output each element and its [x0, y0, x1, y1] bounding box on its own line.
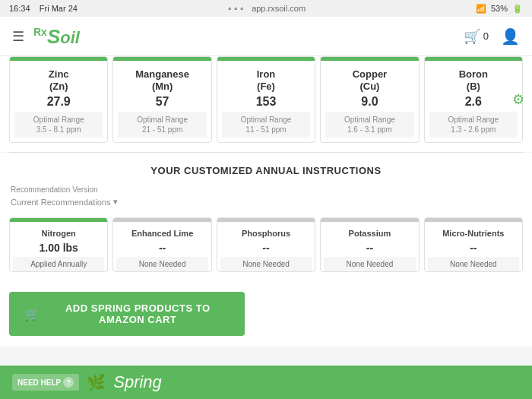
nutrient-value: 27.9	[14, 95, 103, 109]
product-card-body: Potassium -- None Needed	[321, 222, 418, 271]
nutrient-value: 153	[222, 95, 310, 109]
nutrient-range: Optimal Range1.6 - 3.1 ppm	[325, 112, 413, 138]
nutrient-name: Manganese(Mn)	[118, 68, 206, 92]
product-value: --	[220, 242, 312, 254]
nutrient-card-iron: Iron(Fe) 153 Optimal Range11 - 51 ppm	[217, 56, 315, 143]
product-card-potassium: Potassium -- None Needed	[320, 217, 419, 272]
product-value: --	[324, 242, 415, 254]
product-card-body: Micro-Nutrients -- None Needed	[425, 222, 522, 271]
nutrient-name: Zinc(Zn)	[14, 68, 103, 92]
add-cart-button[interactable]: 🛒 ADD SPRING PRODUCTS TO AMAZON CART	[9, 292, 245, 336]
nutrient-card-body: Iron(Fe) 153 Optimal Range11 - 51 ppm	[217, 61, 315, 142]
battery-icon: 53%	[491, 4, 508, 13]
product-card-body: Nitrogen 1.00 lbs Applied Annually	[10, 222, 107, 271]
logo-rx: RxSoil	[33, 26, 80, 47]
user-icon[interactable]: 👤	[501, 27, 520, 46]
question-mark: ?	[63, 377, 74, 388]
top-nav: ☰ RxSoil 🛒 0 👤	[0, 17, 532, 56]
product-name: Phosphorus	[220, 228, 312, 239]
nutrients-section: Zinc(Zn) 27.9 Optimal Range3.5 - 8.1 ppm…	[0, 56, 532, 152]
product-status: Applied Annually	[13, 257, 104, 271]
battery-bar: 🔋	[512, 4, 523, 14]
need-help-badge[interactable]: NEED HELP ?	[12, 374, 79, 391]
nutrient-card-manganese: Manganese(Mn) 57 Optimal Range21 - 51 pp…	[112, 56, 211, 143]
spring-leaf-icon: 🌿	[87, 373, 106, 391]
nutrient-value: 9.0	[325, 95, 413, 109]
dropdown-icon: ▾	[113, 197, 118, 207]
product-card-micro-nutrients: Micro-Nutrients -- None Needed	[424, 217, 523, 272]
product-status: None Needed	[220, 257, 312, 271]
nutrient-range: Optimal Range3.5 - 8.1 ppm	[14, 112, 103, 138]
product-card-body: Enhanced Lime -- None Needed	[113, 222, 211, 271]
gear-icon[interactable]: ⚙	[512, 91, 524, 108]
product-card-nitrogen: Nitrogen 1.00 lbs Applied Annually	[9, 217, 108, 272]
status-bar: 16:34 Fri Mar 24 ⚬⚬⚬ app.rxsoil.com 📶 53…	[0, 0, 532, 17]
recommendation-select[interactable]: Current Recommendations ▾	[11, 197, 521, 207]
cart-count: 0	[483, 30, 489, 42]
instructions-section: YOUR CUSTOMIZED ANNUAL INSTRUCTIONS Reco…	[0, 153, 532, 281]
product-name: Micro-Nutrients	[428, 228, 519, 239]
cart-button[interactable]: 🛒 0	[464, 28, 489, 45]
product-card-enhanced-lime: Enhanced Lime -- None Needed	[112, 217, 211, 272]
nutrient-name: Boron(B)	[429, 68, 518, 92]
nutrient-card-body: Copper(Cu) 9.0 Optimal Range1.6 - 3.1 pp…	[321, 61, 418, 142]
nutrient-card-copper: Copper(Cu) 9.0 Optimal Range1.6 - 3.1 pp…	[320, 56, 419, 143]
nutrient-card-body: Zinc(Zn) 27.9 Optimal Range3.5 - 8.1 ppm	[10, 61, 107, 142]
recommendation-value: Current Recommendations	[11, 198, 110, 207]
nutrient-cards: Zinc(Zn) 27.9 Optimal Range3.5 - 8.1 ppm…	[9, 56, 523, 143]
nutrient-card-body: Boron(B) 2.6 Optimal Range1.3 - 2.6 ppm	[425, 61, 522, 142]
nutrient-name: Copper(Cu)	[325, 68, 413, 92]
product-status: None Needed	[428, 257, 519, 271]
season-label: Spring	[113, 372, 162, 392]
status-url: ⚬⚬⚬ app.rxsoil.com	[226, 4, 306, 13]
product-name: Nitrogen	[13, 228, 104, 239]
product-value: --	[116, 242, 207, 254]
product-card-phosphorus: Phosphorus -- None Needed	[217, 217, 315, 272]
spring-banner: NEED HELP ? 🌿 Spring	[0, 366, 532, 399]
product-cards: Nitrogen 1.00 lbs Applied Annually Enhan…	[9, 217, 523, 272]
cart-btn-icon: 🛒	[24, 307, 40, 321]
nutrient-range: Optimal Range1.3 - 2.6 ppm	[429, 112, 518, 138]
nav-right: 🛒 0 👤	[464, 27, 520, 46]
product-value: --	[428, 242, 519, 254]
product-status: None Needed	[116, 257, 207, 271]
nutrient-range: Optimal Range21 - 51 ppm	[118, 112, 206, 138]
cart-icon: 🛒	[464, 28, 480, 45]
add-cart-section: 🛒 ADD SPRING PRODUCTS TO AMAZON CART	[0, 281, 532, 347]
logo: RxSoil	[33, 26, 80, 47]
product-card-body: Phosphorus -- None Needed	[217, 222, 315, 271]
status-time: 16:34 Fri Mar 24	[9, 4, 78, 13]
product-status: None Needed	[324, 257, 415, 271]
nutrient-range: Optimal Range11 - 51 ppm	[222, 112, 310, 138]
status-indicators: 📶 53% 🔋	[476, 4, 523, 14]
product-name: Potassium	[324, 228, 415, 239]
wifi-icon: 📶	[476, 4, 486, 14]
nutrient-value: 2.6	[429, 95, 518, 109]
menu-button[interactable]: ☰	[12, 28, 24, 45]
recommendation-label: Recommendation Version	[11, 185, 521, 194]
nutrient-card-body: Manganese(Mn) 57 Optimal Range21 - 51 pp…	[113, 61, 211, 142]
product-value: 1.00 lbs	[13, 242, 104, 254]
product-name: Enhanced Lime	[116, 228, 207, 239]
nutrient-name: Iron(Fe)	[222, 68, 310, 92]
nutrient-card-zinc: Zinc(Zn) 27.9 Optimal Range3.5 - 8.1 ppm	[9, 56, 108, 143]
need-help-label: NEED HELP	[17, 378, 61, 387]
nutrient-value: 57	[118, 95, 206, 109]
add-cart-label: ADD SPRING PRODUCTS TO AMAZON CART	[46, 302, 230, 325]
nutrient-card-boron: Boron(B) 2.6 Optimal Range1.3 - 2.6 ppm	[424, 56, 523, 143]
nav-left: ☰ RxSoil	[12, 26, 80, 47]
instructions-title: YOUR CUSTOMIZED ANNUAL INSTRUCTIONS	[9, 165, 523, 176]
